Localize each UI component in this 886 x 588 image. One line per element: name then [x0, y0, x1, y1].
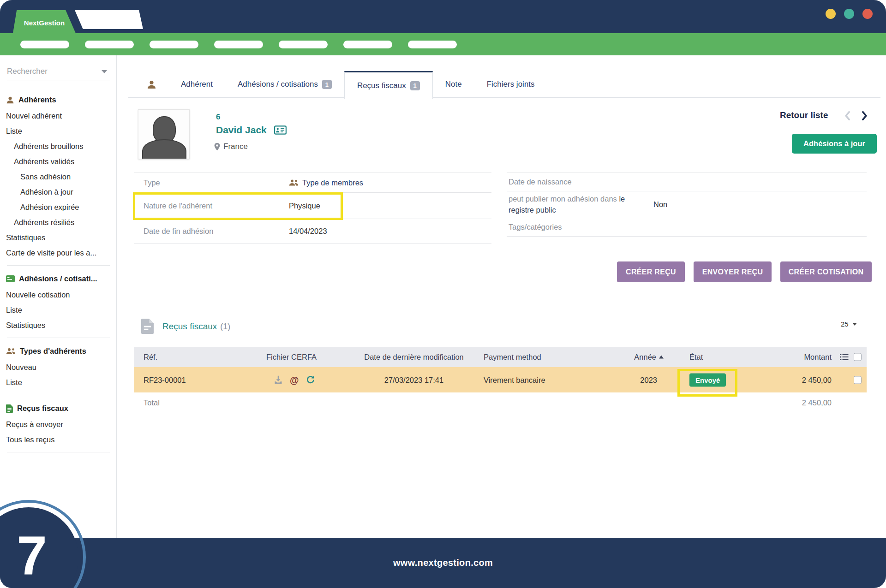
- sidebar-section-adherents[interactable]: Adhérents: [6, 91, 111, 108]
- col-payment[interactable]: Payment method: [484, 353, 541, 362]
- member-id: 6: [216, 113, 220, 122]
- col-year[interactable]: Année: [634, 353, 664, 362]
- sidebar-item-statistiques-cotisations[interactable]: Statistiques: [6, 318, 111, 333]
- sidebar-item-nouveau-type[interactable]: Nouveau: [6, 360, 111, 375]
- sidebar-item-tous-les-recus[interactable]: Tous les reçus: [6, 432, 111, 447]
- sidebar-item-adherents-resilies[interactable]: Adhérents résiliés: [6, 215, 111, 230]
- nav-pill[interactable]: [20, 41, 69, 48]
- detail-row-type: Type Type de membres: [134, 172, 491, 193]
- sidebar-item-adherents-brouillons[interactable]: Adhérents brouillons: [6, 139, 111, 154]
- receipt-modified: 27/03/2023 17:41: [359, 375, 469, 384]
- search-placeholder: Rechercher: [7, 67, 48, 76]
- email-at-icon[interactable]: @: [290, 374, 299, 385]
- chevron-left-icon[interactable]: [844, 111, 851, 123]
- creer-cotisation-button[interactable]: CRÉER COTISATION: [780, 261, 872, 282]
- chevron-down-icon: [852, 323, 857, 328]
- sidebar-item-carte-de-visite[interactable]: Carte de visite pour les a...: [6, 245, 111, 261]
- download-icon[interactable]: [274, 375, 283, 385]
- col-cerfa[interactable]: Fichier CERFA: [266, 353, 317, 362]
- select-all-checkbox[interactable]: [854, 353, 862, 361]
- row-checkbox[interactable]: [854, 376, 862, 384]
- nav-pill[interactable]: [85, 41, 134, 48]
- receipt-icon: [6, 404, 13, 413]
- creer-recu-button[interactable]: CRÉER REÇU: [617, 261, 685, 282]
- detail-value-nature: Physique: [289, 202, 320, 210]
- avatar: [138, 109, 190, 159]
- back-to-list-link[interactable]: Retour liste: [780, 110, 828, 120]
- tab-count-badge: 1: [322, 80, 332, 89]
- col-state[interactable]: État: [689, 353, 703, 362]
- nav-pill[interactable]: [214, 41, 263, 48]
- sidebar-section-recus-fiscaux[interactable]: Reçus fiscaux: [6, 400, 111, 417]
- membership-card-icon: [6, 275, 15, 282]
- sidebar-section-adhesions[interactable]: Adhésions / cotisati...: [6, 270, 111, 287]
- sidebar-item-statistiques-adherents[interactable]: Statistiques: [6, 230, 111, 245]
- details-left-column: Type Type de membres Nature de l'adhéren…: [134, 172, 491, 244]
- tab-fichiers-joints[interactable]: Fichiers joints: [474, 71, 547, 97]
- sidebar-item-adherents-valides[interactable]: Adhérents validés: [6, 154, 111, 169]
- receipts-title: Reçus fiscaux: [162, 321, 217, 332]
- tab-adhesions-cotisations[interactable]: Adhésions / cotisations 1: [225, 71, 344, 97]
- people-icon: [6, 348, 16, 355]
- search-input[interactable]: Rechercher: [7, 65, 110, 81]
- receipt-file-actions: @: [274, 374, 315, 385]
- nav-pill[interactable]: [408, 41, 457, 48]
- sidebar-item-liste-cotisations[interactable]: Liste: [6, 303, 111, 318]
- receipt-payment: Virement bancaire: [484, 375, 545, 384]
- member-icon: [147, 80, 156, 89]
- sidebar: Rechercher Adhérents Nouvel adhérent Lis…: [0, 55, 117, 538]
- col-ref[interactable]: Réf.: [144, 353, 157, 362]
- window-minimize-dot[interactable]: [826, 9, 836, 19]
- col-amount[interactable]: Montant: [804, 353, 832, 362]
- document-icon: [141, 319, 154, 334]
- chevron-right-icon[interactable]: [861, 111, 868, 123]
- divider: [7, 338, 110, 338]
- nav-pill[interactable]: [343, 41, 392, 48]
- sidebar-item-liste-adherents[interactable]: Liste: [6, 124, 111, 139]
- tab-recus-fiscaux[interactable]: Reçus fiscaux 1: [344, 71, 433, 99]
- window-maximize-dot[interactable]: [844, 9, 854, 19]
- footer: www.nextgestion.com: [0, 538, 886, 588]
- tab-adherent[interactable]: Adhérent: [168, 71, 225, 97]
- sidebar-item-adhesion-a-jour[interactable]: Adhésion à jour: [6, 184, 111, 200]
- sidebar-item-nouvelle-cotisation[interactable]: Nouvelle cotisation: [6, 287, 111, 303]
- status-badge: Envoyé: [689, 373, 726, 386]
- sort-ascending-icon: [659, 356, 664, 359]
- tab-note[interactable]: Note: [433, 71, 474, 97]
- detail-value-registre: Non: [653, 200, 667, 208]
- nav-pill[interactable]: [279, 41, 328, 48]
- details-right-column: Date de naissance peut publier mon adhés…: [507, 172, 867, 237]
- table-row[interactable]: RF23-00001 @ 27/03/2023 17:41 Virement b…: [134, 367, 867, 392]
- page-number: 7: [17, 524, 47, 587]
- detail-row-nature: Nature de l'adhérent Physique: [134, 193, 491, 219]
- envoyer-recu-button[interactable]: ENVOYER REÇU: [694, 261, 772, 282]
- detail-row-date-fin: Date de fin adhésion 14/04/2023: [134, 219, 491, 244]
- table-header-row: Réf. Fichier CERFA Date de dernière modi…: [134, 347, 867, 367]
- nav-pill[interactable]: [150, 41, 198, 48]
- page-size-select[interactable]: 25: [841, 320, 857, 328]
- sidebar-item-recus-a-envoyer[interactable]: Reçus à envoyer: [6, 417, 111, 432]
- detail-value-type[interactable]: Type de membres: [302, 178, 363, 187]
- id-card-icon[interactable]: [274, 125, 287, 135]
- sidebar-item-sans-adhesion[interactable]: Sans adhésion: [6, 169, 111, 184]
- window-close-dot[interactable]: [862, 9, 873, 19]
- receipts-count: (1): [220, 322, 230, 332]
- record-tabs: Adhérent Adhésions / cotisations 1 Reçus…: [128, 71, 880, 98]
- sidebar-item-adhesion-expiree[interactable]: Adhésion expirée: [6, 200, 111, 215]
- sidebar-section-types-adherents[interactable]: Types d'adhérents: [6, 343, 111, 360]
- list-view-icon[interactable]: [840, 354, 849, 361]
- detail-row-tags: Tags/catégories: [507, 217, 867, 237]
- col-modified[interactable]: Date de dernière modification: [359, 353, 469, 362]
- divider: [7, 395, 110, 395]
- detail-value-date-fin: 14/04/2023: [289, 227, 327, 236]
- adhesions-a-jour-button[interactable]: Adhésions à jour: [792, 134, 877, 154]
- sidebar-item-nouvel-adherent[interactable]: Nouvel adhérent: [6, 108, 111, 124]
- total-amount: 2 450,00: [802, 398, 832, 407]
- member-location: France: [214, 142, 248, 151]
- sidebar-item-liste-types[interactable]: Liste: [6, 375, 111, 390]
- main-nav-bar: [0, 33, 886, 55]
- brand-ribbon: [75, 10, 143, 29]
- refresh-icon[interactable]: [306, 375, 315, 385]
- divider: [7, 265, 110, 266]
- person-icon: [6, 96, 14, 104]
